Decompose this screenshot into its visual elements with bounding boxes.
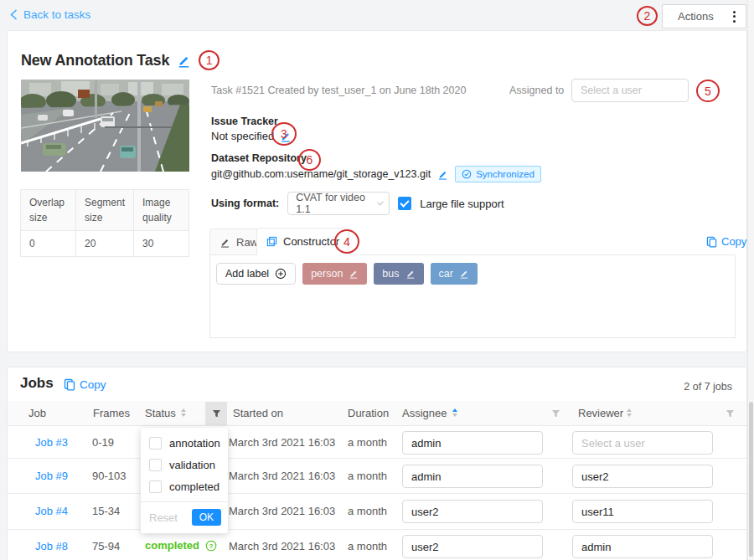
label-tag-bus-name: bus	[382, 268, 399, 280]
sync-status-badge: Synchronized	[455, 166, 541, 182]
column-header-job[interactable]: Job	[28, 407, 46, 419]
sort-assignee-icon[interactable]	[452, 408, 457, 417]
copy-labels-button[interactable]: Copy	[706, 235, 746, 248]
tab-constructor-label: Constructor	[283, 235, 339, 248]
param-value-quality: 30	[134, 231, 189, 257]
started-cell: March 3rd 2021 16:03	[229, 470, 335, 482]
reviewer-input[interactable]	[572, 535, 713, 558]
chevron-down-icon	[377, 199, 384, 206]
copy-labels-label: Copy	[721, 235, 746, 248]
assignee-filter-icon[interactable]	[551, 409, 560, 419]
checkbox[interactable]	[149, 459, 162, 471]
param-header-quality: Image quality	[134, 190, 189, 231]
frames-cell: 15-34	[92, 505, 120, 517]
checkbox[interactable]	[149, 437, 162, 450]
status-filter-icon-active[interactable]	[205, 402, 227, 425]
annotation-marker-3: 3	[271, 122, 297, 146]
checkbox[interactable]	[149, 480, 162, 493]
sort-reviewer-icon[interactable]	[627, 408, 632, 417]
status-filter-dropdown: annotation validation completed Reset OK	[141, 428, 228, 533]
label-tag-bus[interactable]: bus	[374, 263, 423, 285]
reviewer-input[interactable]	[572, 500, 713, 523]
started-cell: March 3rd 2021 16:03	[229, 505, 335, 517]
assignee-input[interactable]	[402, 535, 543, 558]
label-tag-person[interactable]: person	[302, 263, 367, 285]
param-header-overlap: Overlap size	[21, 190, 76, 231]
add-label-button[interactable]: Add label	[216, 263, 296, 285]
annotation-marker-1: 1	[199, 50, 219, 70]
add-label-text: Add label	[225, 268, 269, 280]
kebab-menu-icon	[733, 11, 736, 23]
duration-cell: a month	[348, 505, 387, 517]
filter-option-annotation[interactable]: annotation	[141, 432, 228, 454]
filter-option-label: completed	[169, 480, 219, 493]
job-link[interactable]: Job #4	[35, 505, 68, 517]
filter-footer: Reset OK	[141, 501, 228, 533]
job-link[interactable]: Job #8	[35, 540, 68, 552]
duration-cell: a month	[348, 436, 387, 449]
assignee-input[interactable]	[402, 431, 543, 455]
jobs-title: Jobs	[20, 375, 54, 392]
back-chevron-icon	[10, 9, 18, 20]
column-header-duration[interactable]: Duration	[348, 407, 389, 419]
dataset-repository-url: git@github.com:username/git_storage_v123…	[211, 168, 431, 180]
param-value-segment: 20	[76, 231, 134, 257]
issue-tracker-value: Not specified	[211, 130, 274, 142]
svg-text:?: ?	[209, 542, 214, 549]
annotation-marker-5: 5	[696, 80, 720, 102]
edit-label-icon[interactable]	[405, 269, 416, 279]
labels-row: Add label person bus car	[216, 263, 478, 285]
cvat-task-page: Back to tasks 2 Actions New Annotation T…	[0, 0, 754, 560]
annotation-marker-2: 2	[637, 6, 658, 26]
column-header-started[interactable]: Started on	[233, 407, 283, 419]
ok-button[interactable]: OK	[192, 509, 221, 526]
actions-button[interactable]: Actions	[662, 4, 746, 28]
frames-cell: 90-103	[92, 470, 126, 482]
large-file-checkbox[interactable]	[398, 197, 411, 210]
back-to-tasks-label: Back to tasks	[23, 8, 90, 21]
assignee-input[interactable]	[402, 465, 543, 488]
label-tag-car-name: car	[439, 268, 453, 280]
started-cell: March 3rd 2021 16:03	[229, 436, 335, 449]
label-tag-car[interactable]: car	[431, 263, 478, 285]
format-select-value: CVAT for video 1.1	[296, 192, 370, 215]
reviewer-input[interactable]	[572, 465, 713, 488]
large-file-label: Large file support	[420, 198, 504, 210]
edit-label-icon[interactable]	[459, 269, 469, 279]
edit-title-icon[interactable]	[177, 54, 191, 68]
job-link[interactable]: Job #3	[35, 436, 68, 449]
job-link[interactable]: Job #9	[35, 470, 68, 482]
filter-option-validation[interactable]: validation	[141, 454, 228, 475]
param-value-overlap: 0	[21, 231, 76, 257]
task-preview-image	[21, 80, 189, 172]
param-header-segment: Segment size	[76, 190, 134, 231]
reviewer-filter-icon[interactable]	[726, 409, 735, 419]
filter-option-completed[interactable]: completed	[141, 475, 228, 497]
edit-label-icon[interactable]	[349, 269, 359, 279]
scrollbar-thumb[interactable]	[749, 402, 753, 557]
plus-circle-icon	[275, 268, 287, 280]
assignee-input[interactable]	[402, 500, 543, 523]
reviewer-input[interactable]	[572, 431, 713, 455]
question-circle-icon[interactable]: ?	[205, 540, 217, 552]
filter-option-label: validation	[169, 459, 215, 471]
format-row: Using format: CVAT for video 1.1 Large f…	[211, 192, 504, 215]
using-format-label: Using format:	[211, 198, 279, 209]
status-cell: completed ?	[145, 539, 217, 552]
copy-jobs-label: Copy	[80, 378, 106, 391]
reset-button[interactable]: Reset	[149, 511, 178, 524]
column-header-frames[interactable]: Frames	[93, 407, 130, 419]
format-select[interactable]: CVAT for video 1.1	[287, 192, 390, 215]
edit-repository-icon[interactable]	[437, 169, 448, 180]
sort-status-icon[interactable]	[181, 408, 186, 417]
column-header-assignee[interactable]: Assignee	[402, 407, 447, 419]
copy-jobs-button[interactable]: Copy	[64, 378, 106, 391]
tab-raw-label: Raw	[236, 236, 258, 249]
back-to-tasks-link[interactable]: Back to tasks	[10, 8, 90, 21]
column-header-status[interactable]: Status	[145, 407, 176, 419]
frames-cell: 75-94	[92, 540, 120, 552]
assigned-to-input[interactable]	[571, 79, 689, 102]
actions-label: Actions	[678, 10, 714, 23]
status-text: completed	[145, 539, 199, 552]
column-header-reviewer[interactable]: Reviewer	[578, 407, 623, 419]
